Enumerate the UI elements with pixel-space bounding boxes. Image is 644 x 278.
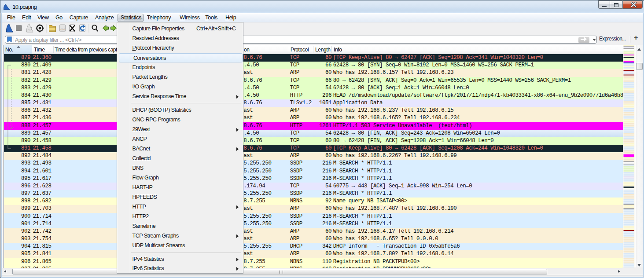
svg-text:010: 010	[61, 28, 66, 31]
